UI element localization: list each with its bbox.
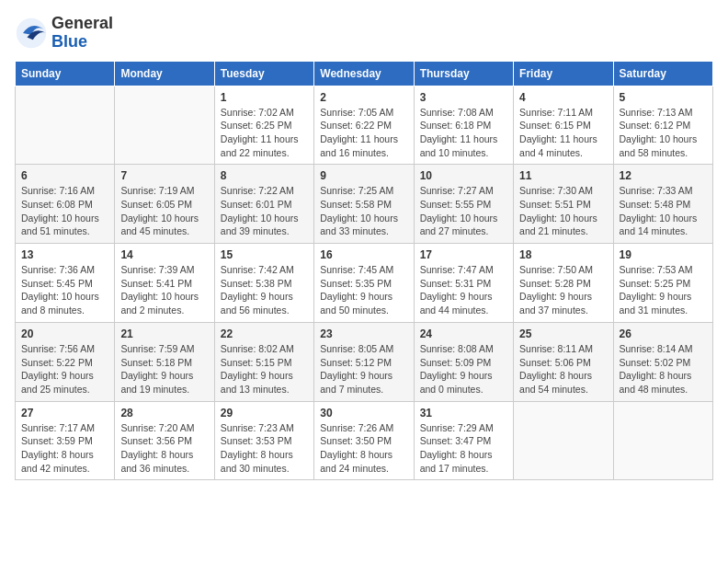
calendar-cell: 28Sunrise: 7:20 AMSunset: 3:56 PMDayligh… (115, 401, 214, 480)
calendar-cell: 18Sunrise: 7:50 AMSunset: 5:28 PMDayligh… (514, 244, 613, 323)
weekday-header: Friday (514, 61, 613, 86)
calendar-cell (16, 86, 115, 165)
calendar-cell: 5Sunrise: 7:13 AMSunset: 6:12 PMDaylight… (613, 86, 712, 165)
day-number: 15 (221, 248, 308, 261)
calendar-cell: 23Sunrise: 8:05 AMSunset: 5:12 PMDayligh… (314, 322, 414, 401)
day-number: 14 (120, 248, 208, 261)
calendar-week-row: 20Sunrise: 7:56 AMSunset: 5:22 PMDayligh… (16, 322, 713, 401)
day-number: 31 (420, 407, 507, 419)
day-number: 3 (420, 91, 507, 104)
day-detail: Sunrise: 7:08 AMSunset: 6:18 PMDaylight:… (420, 106, 507, 160)
calendar-cell: 3Sunrise: 7:08 AMSunset: 6:18 PMDaylight… (414, 86, 513, 165)
weekday-header: Monday (115, 61, 214, 86)
weekday-header: Wednesday (314, 61, 414, 86)
calendar-week-row: 27Sunrise: 7:17 AMSunset: 3:59 PMDayligh… (16, 401, 713, 480)
calendar-cell: 2Sunrise: 7:05 AMSunset: 6:22 PMDaylight… (314, 86, 414, 165)
day-detail: Sunrise: 7:27 AMSunset: 5:55 PMDaylight:… (420, 184, 507, 238)
day-number: 21 (120, 327, 208, 340)
day-number: 16 (320, 248, 407, 261)
day-number: 20 (21, 327, 108, 340)
logo-icon (15, 17, 48, 50)
calendar-week-row: 1Sunrise: 7:02 AMSunset: 6:25 PMDaylight… (16, 86, 713, 165)
day-detail: Sunrise: 7:26 AMSunset: 3:50 PMDaylight:… (320, 421, 407, 476)
day-number: 4 (519, 91, 607, 104)
weekday-header: Sunday (16, 61, 115, 86)
day-number: 12 (620, 169, 707, 182)
day-detail: Sunrise: 7:33 AMSunset: 5:48 PMDaylight:… (620, 184, 707, 238)
calendar-cell: 27Sunrise: 7:17 AMSunset: 3:59 PMDayligh… (16, 401, 115, 480)
day-detail: Sunrise: 7:19 AMSunset: 6:05 PMDaylight:… (120, 184, 208, 238)
day-detail: Sunrise: 7:22 AMSunset: 6:01 PMDaylight:… (221, 184, 308, 238)
day-detail: Sunrise: 7:23 AMSunset: 3:53 PMDaylight:… (221, 421, 308, 476)
day-detail: Sunrise: 7:13 AMSunset: 6:12 PMDaylight:… (620, 106, 707, 160)
day-number: 7 (120, 169, 208, 182)
calendar-cell: 10Sunrise: 7:27 AMSunset: 5:55 PMDayligh… (414, 165, 513, 244)
calendar-cell (514, 401, 613, 480)
day-detail: Sunrise: 7:42 AMSunset: 5:38 PMDaylight:… (221, 263, 308, 317)
day-number: 17 (420, 248, 507, 261)
calendar-cell: 11Sunrise: 7:30 AMSunset: 5:51 PMDayligh… (514, 165, 613, 244)
day-number: 29 (221, 407, 308, 419)
day-number: 6 (21, 169, 108, 182)
day-number: 27 (21, 407, 108, 419)
calendar-cell: 22Sunrise: 8:02 AMSunset: 5:15 PMDayligh… (214, 322, 313, 401)
day-number: 8 (221, 169, 308, 182)
logo-text: GeneralBlue (51, 15, 113, 52)
day-detail: Sunrise: 7:36 AMSunset: 5:45 PMDaylight:… (21, 263, 108, 317)
calendar-cell (115, 86, 214, 165)
day-detail: Sunrise: 8:11 AMSunset: 5:06 PMDaylight:… (519, 342, 607, 396)
day-number: 26 (620, 327, 707, 340)
day-number: 25 (519, 327, 607, 340)
day-number: 18 (519, 248, 607, 261)
day-detail: Sunrise: 7:50 AMSunset: 5:28 PMDaylight:… (519, 263, 607, 317)
calendar-table: SundayMondayTuesdayWednesdayThursdayFrid… (15, 61, 713, 481)
day-number: 23 (320, 327, 407, 340)
calendar-cell: 13Sunrise: 7:36 AMSunset: 5:45 PMDayligh… (16, 244, 115, 323)
calendar-cell: 8Sunrise: 7:22 AMSunset: 6:01 PMDaylight… (214, 165, 313, 244)
calendar-cell: 25Sunrise: 8:11 AMSunset: 5:06 PMDayligh… (514, 322, 613, 401)
day-number: 22 (221, 327, 308, 340)
calendar-cell: 1Sunrise: 7:02 AMSunset: 6:25 PMDaylight… (214, 86, 313, 165)
day-detail: Sunrise: 7:45 AMSunset: 5:35 PMDaylight:… (320, 263, 407, 317)
day-detail: Sunrise: 8:14 AMSunset: 5:02 PMDaylight:… (620, 342, 707, 396)
calendar-week-row: 13Sunrise: 7:36 AMSunset: 5:45 PMDayligh… (16, 244, 713, 323)
calendar-cell: 31Sunrise: 7:29 AMSunset: 3:47 PMDayligh… (414, 401, 513, 480)
day-detail: Sunrise: 7:47 AMSunset: 5:31 PMDaylight:… (420, 263, 507, 317)
calendar-cell: 9Sunrise: 7:25 AMSunset: 5:58 PMDaylight… (314, 165, 414, 244)
day-number: 2 (320, 91, 407, 104)
day-number: 28 (120, 407, 208, 419)
day-detail: Sunrise: 7:53 AMSunset: 5:25 PMDaylight:… (620, 263, 707, 317)
day-number: 11 (519, 169, 607, 182)
day-detail: Sunrise: 7:17 AMSunset: 3:59 PMDaylight:… (21, 421, 108, 476)
weekday-header-row: SundayMondayTuesdayWednesdayThursdayFrid… (16, 61, 713, 86)
day-detail: Sunrise: 8:05 AMSunset: 5:12 PMDaylight:… (320, 342, 407, 396)
calendar-cell: 30Sunrise: 7:26 AMSunset: 3:50 PMDayligh… (314, 401, 414, 480)
logo: GeneralBlue (15, 15, 113, 52)
calendar-cell: 17Sunrise: 7:47 AMSunset: 5:31 PMDayligh… (414, 244, 513, 323)
day-number: 5 (620, 91, 707, 104)
calendar-week-row: 6Sunrise: 7:16 AMSunset: 6:08 PMDaylight… (16, 165, 713, 244)
day-detail: Sunrise: 8:02 AMSunset: 5:15 PMDaylight:… (221, 342, 308, 396)
day-number: 9 (320, 169, 407, 182)
day-number: 1 (221, 91, 308, 104)
day-detail: Sunrise: 7:39 AMSunset: 5:41 PMDaylight:… (120, 263, 208, 317)
day-detail: Sunrise: 7:59 AMSunset: 5:18 PMDaylight:… (120, 342, 208, 396)
calendar-cell: 21Sunrise: 7:59 AMSunset: 5:18 PMDayligh… (115, 322, 214, 401)
day-number: 24 (420, 327, 507, 340)
day-detail: Sunrise: 7:11 AMSunset: 6:15 PMDaylight:… (519, 106, 607, 160)
weekday-header: Thursday (414, 61, 513, 86)
calendar-cell: 26Sunrise: 8:14 AMSunset: 5:02 PMDayligh… (613, 322, 712, 401)
calendar-cell: 15Sunrise: 7:42 AMSunset: 5:38 PMDayligh… (214, 244, 313, 323)
calendar-cell: 12Sunrise: 7:33 AMSunset: 5:48 PMDayligh… (613, 165, 712, 244)
calendar-cell: 16Sunrise: 7:45 AMSunset: 5:35 PMDayligh… (314, 244, 414, 323)
calendar-cell: 4Sunrise: 7:11 AMSunset: 6:15 PMDaylight… (514, 86, 613, 165)
day-detail: Sunrise: 7:05 AMSunset: 6:22 PMDaylight:… (320, 106, 407, 160)
calendar-cell: 19Sunrise: 7:53 AMSunset: 5:25 PMDayligh… (613, 244, 712, 323)
calendar-cell: 20Sunrise: 7:56 AMSunset: 5:22 PMDayligh… (16, 322, 115, 401)
calendar-cell: 6Sunrise: 7:16 AMSunset: 6:08 PMDaylight… (16, 165, 115, 244)
calendar-cell: 7Sunrise: 7:19 AMSunset: 6:05 PMDaylight… (115, 165, 214, 244)
calendar-cell: 29Sunrise: 7:23 AMSunset: 3:53 PMDayligh… (214, 401, 313, 480)
day-detail: Sunrise: 7:20 AMSunset: 3:56 PMDaylight:… (120, 421, 208, 476)
day-detail: Sunrise: 7:02 AMSunset: 6:25 PMDaylight:… (221, 106, 308, 160)
day-detail: Sunrise: 8:08 AMSunset: 5:09 PMDaylight:… (420, 342, 507, 396)
